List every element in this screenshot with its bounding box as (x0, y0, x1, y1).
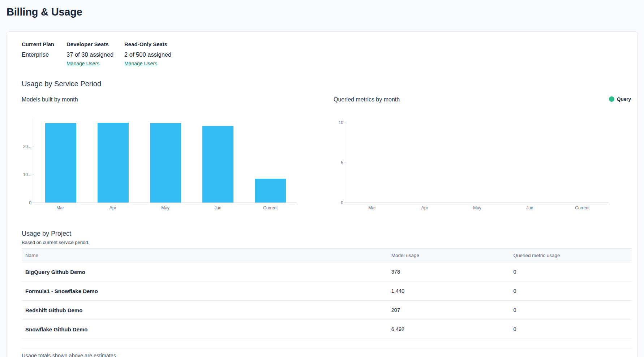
usage-by-project-title: Usage by Project (22, 230, 631, 238)
y-axis-tick-label: 10... (23, 172, 31, 177)
table-row: Snowflake Github Demo6,4920 (22, 320, 632, 339)
project-name-cell: BigQuery Github Demo (22, 269, 388, 275)
charts-row: Models built by month 010...20... MarApr… (22, 96, 631, 210)
table-row: Redshift Github Demo2070 (22, 301, 632, 320)
y-axis-tick-label: 20... (23, 144, 31, 149)
y-axis-tick-label: 5 (341, 160, 343, 165)
x-axis-label: Jun (503, 205, 556, 210)
y-axis-tick-label: 0 (29, 200, 31, 205)
model-usage-cell: 207 (388, 307, 510, 313)
readonly-seats-value: 2 of 500 assigned (124, 51, 171, 58)
queried-chart-title: Queried metrics by month (334, 96, 609, 103)
queried-chart-plot-area: 0510 (334, 122, 609, 203)
current-plan-label: Current Plan (22, 41, 66, 48)
legend-query[interactable]: Query (609, 96, 631, 102)
queried-metric-usage-cell: 0 (510, 326, 632, 332)
query-legend-dot-icon (609, 96, 614, 102)
readonly-seats-column: Read-Only Seats 2 of 500 assigned Manage… (124, 41, 171, 67)
column-header-model-usage: Model usage (388, 253, 510, 258)
usage-estimate-note: Usage totals shown above are estimates (22, 353, 631, 357)
models-chart-x-axis: MarAprMayJunCurrent (34, 205, 297, 210)
models-chart-plot (34, 118, 297, 203)
page-title: Billing & Usage (7, 6, 644, 18)
bar-mar (45, 123, 76, 203)
project-name-cell: Formula1 - Snowflake Demo (22, 288, 388, 294)
query-legend-label: Query (617, 96, 631, 102)
usage-by-project-subtitle: Based on current service period. (22, 240, 631, 245)
x-axis-label: Mar (346, 205, 398, 210)
manage-users-developer-link[interactable]: Manage Users (66, 61, 99, 67)
bar-may (150, 123, 181, 203)
queried-chart-plot (346, 122, 609, 203)
developer-seats-value: 37 of 30 assigned (66, 51, 124, 58)
x-axis-label: Mar (34, 205, 86, 210)
developer-seats-label: Developer Seats (66, 41, 124, 48)
queried-chart-x-axis: MarAprMayJunCurrent (346, 205, 609, 210)
x-axis-label: Current (244, 205, 297, 210)
queried-chart-y-axis: 0510 (334, 122, 346, 203)
column-header-name: Name (22, 253, 388, 258)
queried-metric-usage-cell: 0 (510, 288, 632, 294)
usage-table-empty-row (22, 339, 632, 348)
usage-table: Name Model usage Queried metric usage Bi… (22, 248, 632, 348)
queried-metric-usage-cell: 0 (510, 307, 632, 313)
bar-jun (202, 126, 233, 203)
models-chart-title: Models built by month (22, 96, 297, 103)
current-plan-column: Current Plan Enterprise (22, 41, 66, 58)
project-name-cell: Redshift Github Demo (22, 307, 388, 313)
model-usage-cell: 1,440 (388, 288, 510, 294)
current-plan-value: Enterprise (22, 51, 66, 58)
table-row: BigQuery Github Demo3780 (22, 262, 632, 282)
models-chart-y-axis: 010...20... (22, 118, 34, 203)
project-name-cell: Snowflake Github Demo (22, 326, 388, 332)
x-axis-label: Current (556, 205, 609, 210)
plan-summary: Current Plan Enterprise Developer Seats … (22, 41, 631, 67)
queried-metrics-chart: Queried metrics by month 0510 MarAprMayJ… (334, 96, 609, 210)
manage-users-readonly-link[interactable]: Manage Users (124, 61, 157, 67)
queried-metric-usage-cell: 0 (510, 269, 632, 275)
x-axis-label: May (139, 205, 192, 210)
billing-card: Current Plan Enterprise Developer Seats … (6, 31, 638, 357)
bar-current (255, 179, 286, 203)
x-axis-label: Apr (398, 205, 451, 210)
models-built-chart: Models built by month 010...20... MarApr… (22, 96, 297, 210)
models-chart-plot-area: 010...20... (22, 118, 297, 203)
readonly-seats-label: Read-Only Seats (124, 41, 171, 48)
developer-seats-column: Developer Seats 37 of 30 assigned Manage… (66, 41, 124, 67)
x-axis-label: May (451, 205, 503, 210)
model-usage-cell: 6,492 (388, 326, 510, 332)
usage-by-service-period-title: Usage by Service Period (22, 80, 631, 88)
y-axis-tick-label: 0 (341, 200, 343, 205)
table-row: Formula1 - Snowflake Demo1,4400 (22, 282, 632, 301)
page-header: Billing & Usage (0, 0, 644, 31)
column-header-queried-metric-usage: Queried metric usage (510, 253, 632, 258)
y-axis-tick-label: 10 (339, 120, 343, 125)
x-axis-label: Apr (86, 205, 139, 210)
x-axis-label: Jun (192, 205, 244, 210)
model-usage-cell: 378 (388, 269, 510, 275)
bar-apr (98, 123, 129, 203)
usage-table-header: Name Model usage Queried metric usage (22, 248, 632, 262)
usage-table-body: BigQuery Github Demo3780Formula1 - Snowf… (22, 262, 632, 339)
